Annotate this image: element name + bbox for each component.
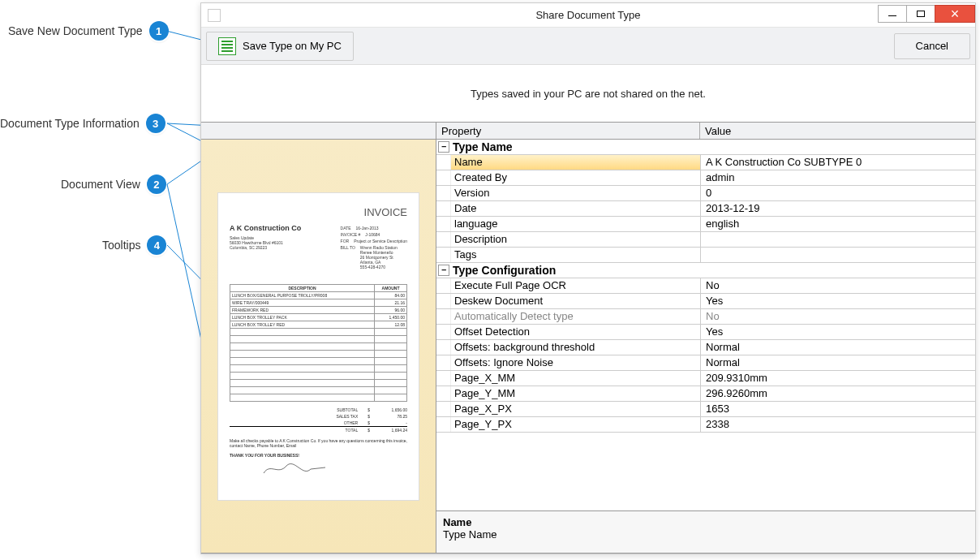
property-row[interactable]: Page_X_PX1653 xyxy=(436,402,975,417)
callout-4-label: Tooltips xyxy=(102,239,140,252)
property-row[interactable]: Page_Y_PX2338 xyxy=(436,417,975,433)
callout-3-label: Document Type Information xyxy=(0,117,140,130)
property-name: Offsets: Ignore Noise xyxy=(451,355,700,370)
property-row[interactable]: Page_X_MM209.9310mm xyxy=(436,371,975,386)
property-name: Name xyxy=(451,155,700,170)
property-row[interactable]: Date2013-12-19 xyxy=(436,201,975,217)
property-value[interactable]: 209.9310mm xyxy=(700,371,975,386)
property-row[interactable]: Version0 xyxy=(436,186,975,201)
property-value[interactable]: Normal xyxy=(700,355,975,370)
group-title: Type Configuration xyxy=(453,264,556,277)
doc-line-items: DESCRIPTIONAMOUNT LUNCH BOX/GENERAL PURP… xyxy=(230,284,407,402)
doc-invoice-title: INVOICE xyxy=(364,206,407,218)
tooltip-title: Name xyxy=(443,516,471,528)
property-value[interactable]: Normal xyxy=(700,340,975,355)
dialog-window: Share Document Type × Save Type on My PC… xyxy=(200,2,976,554)
property-row[interactable]: Offsets: background thresholdNormal xyxy=(436,340,975,355)
callout-4-badge: 4 xyxy=(147,235,166,255)
property-row[interactable]: Description xyxy=(436,232,975,248)
tooltip-text: Type Name xyxy=(443,528,496,541)
doc-signature xyxy=(230,461,407,477)
collapse-icon[interactable]: − xyxy=(438,265,449,276)
property-value[interactable]: A K Construction Co SUBTYPE 0 xyxy=(700,155,975,170)
property-row[interactable]: Offsets: Ignore NoiseNormal xyxy=(436,355,975,371)
save-icon xyxy=(218,37,236,55)
property-value[interactable] xyxy=(700,232,975,247)
property-value[interactable]: No xyxy=(700,278,975,293)
doc-thank: THANK YOU FOR YOUR BUSINESS! xyxy=(230,453,299,458)
property-name: Execute Full Page OCR xyxy=(451,278,700,293)
property-row[interactable]: Automatically Detect typeNo xyxy=(436,309,975,325)
property-group-header[interactable]: −Type Name xyxy=(436,140,975,155)
column-header-value: Value xyxy=(700,123,975,139)
callout-2-badge: 2 xyxy=(147,174,166,194)
property-row[interactable]: Tags xyxy=(436,248,975,263)
property-name: Offset Detection xyxy=(451,325,700,339)
property-row[interactable]: Page_Y_MM296.9260mm xyxy=(436,386,975,402)
property-name: Tags xyxy=(451,248,700,262)
property-name: Created By xyxy=(451,170,700,185)
property-value[interactable]: 2338 xyxy=(700,417,975,432)
info-text: Types saved in your PC are not shared on… xyxy=(201,65,975,122)
property-value[interactable]: Yes xyxy=(700,325,975,339)
callout-2-label: Document View xyxy=(61,178,140,191)
property-value[interactable]: Yes xyxy=(700,294,975,308)
callout-1-label: Save New Document Type xyxy=(8,24,143,37)
column-header-property: Property xyxy=(436,123,700,139)
property-group-header[interactable]: −Type Configuration xyxy=(436,263,975,278)
window-title: Share Document Type xyxy=(201,3,975,28)
property-value[interactable]: 1653 xyxy=(700,402,975,416)
property-name: Version xyxy=(451,186,700,200)
tooltip-panel: Name Type Name xyxy=(436,510,975,553)
property-value[interactable]: No xyxy=(700,309,975,324)
doc-footnote: Make all checks payable to A K Construct… xyxy=(230,438,407,448)
callout-1-badge: 1 xyxy=(149,21,169,41)
cancel-label: Cancel xyxy=(916,40,948,52)
doc-totals: SUBTOTAL$1,656.00SALES TAX$78.25OTHER$-T… xyxy=(230,407,407,433)
save-type-label: Save Type on My PC xyxy=(243,40,342,52)
property-name: Page_Y_MM xyxy=(451,386,700,401)
property-row[interactable]: NameA K Construction Co SUBTYPE 0 xyxy=(436,155,975,170)
property-row[interactable]: Created Byadmin xyxy=(436,170,975,186)
grid-header: Property Value xyxy=(201,122,975,140)
property-value[interactable]: 2013-12-19 xyxy=(700,201,975,216)
property-value[interactable]: english xyxy=(700,217,975,231)
property-name: Page_Y_PX xyxy=(451,417,700,432)
property-row[interactable]: languageenglish xyxy=(436,217,975,232)
app-icon xyxy=(208,9,221,22)
maximize-button[interactable] xyxy=(906,5,935,23)
property-name: Deskew Document xyxy=(451,294,700,308)
property-value[interactable]: 0 xyxy=(700,186,975,200)
property-name: Page_X_PX xyxy=(451,402,700,416)
property-name: language xyxy=(451,217,700,231)
property-value[interactable] xyxy=(700,248,975,262)
property-grid: −Type NameNameA K Construction Co SUBTYP… xyxy=(436,140,975,553)
property-value[interactable]: admin xyxy=(700,170,975,185)
doc-meta: DATE16-Jan-2013 INVOICE #J-10684 FORProj… xyxy=(341,226,407,271)
document-view-panel: INVOICE A K Construction Co Sales Update… xyxy=(201,140,436,553)
toolbar: Save Type on My PC Cancel xyxy=(201,28,975,65)
minimize-button[interactable] xyxy=(878,5,907,23)
property-row[interactable]: Deskew DocumentYes xyxy=(436,294,975,309)
property-row[interactable]: Execute Full Page OCRNo xyxy=(436,278,975,294)
property-row[interactable]: Offset DetectionYes xyxy=(436,325,975,340)
property-name: Page_X_MM xyxy=(451,371,700,386)
collapse-icon[interactable]: − xyxy=(438,141,449,153)
save-type-button[interactable]: Save Type on My PC xyxy=(206,32,354,61)
document-preview: INVOICE A K Construction Co Sales Update… xyxy=(217,192,419,501)
property-name: Description xyxy=(451,232,700,247)
group-title: Type Name xyxy=(453,140,513,153)
property-name: Automatically Detect type xyxy=(451,309,700,324)
titlebar: Share Document Type × xyxy=(201,3,975,28)
property-name: Offsets: background threshold xyxy=(451,340,700,355)
cancel-button[interactable]: Cancel xyxy=(894,33,970,59)
property-name: Date xyxy=(451,201,700,216)
property-value[interactable]: 296.9260mm xyxy=(700,386,975,401)
callout-labels: Save New Document Type 1 Document Type I… xyxy=(0,0,200,560)
callout-3-badge: 3 xyxy=(146,114,165,133)
close-button[interactable]: × xyxy=(935,5,975,23)
